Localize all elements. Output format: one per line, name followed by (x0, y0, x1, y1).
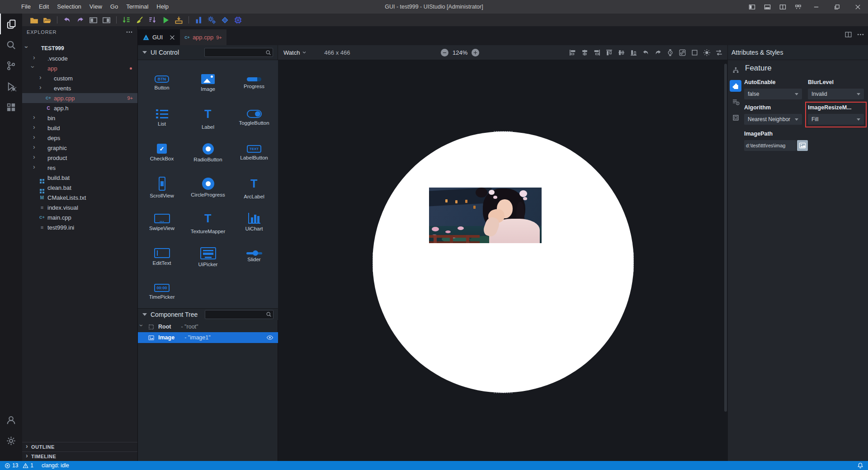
palette-item[interactable]: ✓ CheckBox (139, 135, 185, 170)
language-server-status[interactable]: clangd: idle (42, 462, 69, 469)
canvas-tool-icon[interactable] (630, 49, 637, 56)
file-tree-row[interactable]: .vscode (22, 53, 137, 63)
problems-errors[interactable]: 13 (5, 462, 18, 469)
window-control-button[interactable] (806, 0, 826, 14)
palette-item[interactable]: List (139, 100, 185, 135)
canvas-tool-icon[interactable] (581, 49, 589, 56)
file-tree-row[interactable]: M CMakeLists.txt (22, 193, 137, 202)
activity-bar-item[interactable] (0, 97, 22, 118)
palette-item[interactable]: EditText (139, 240, 185, 274)
window-control-button[interactable] (847, 0, 868, 14)
toolbar-icon[interactable] (102, 16, 111, 24)
design-canvas[interactable] (278, 60, 728, 461)
watch-face-root[interactable] (373, 132, 634, 393)
palette-item[interactable]: ScrollView (139, 170, 185, 205)
canvas-tool-icon[interactable] (715, 49, 723, 56)
field-dropdown[interactable]: Nearest Neighbor (744, 114, 802, 125)
activity-bar-item[interactable] (0, 409, 22, 430)
menu-item[interactable]: Selection (53, 0, 85, 14)
palette-item[interactable]: T Label (185, 100, 231, 135)
toolbar-icon[interactable] (63, 16, 71, 24)
palette-item[interactable]: ... SwipeView (139, 205, 185, 240)
image-picker-button[interactable] (797, 140, 808, 151)
file-tree-row[interactable]: clean.bat (22, 183, 137, 193)
component-tree-row[interactable]: Root - "root" (138, 321, 278, 332)
problems-warnings[interactable]: 1 (23, 462, 33, 469)
window-control-button[interactable] (775, 0, 790, 14)
menu-item[interactable]: Go (106, 0, 122, 14)
file-tree-row[interactable]: ≡ test999.ini (22, 222, 137, 232)
toolbar-icon[interactable] (116, 16, 117, 24)
toolbar-icon[interactable] (221, 16, 229, 24)
toolbar-icon[interactable] (122, 16, 131, 24)
palette-item[interactable]: CircleProgress (185, 170, 231, 205)
menu-item[interactable]: Terminal (122, 0, 152, 14)
file-tree-row[interactable]: events (22, 83, 137, 93)
window-control-button[interactable] (744, 0, 760, 14)
palette-item[interactable]: UiChart (231, 205, 277, 240)
notifications-bell-icon[interactable] (857, 462, 863, 469)
zoom-in-button[interactable] (472, 49, 479, 56)
canvas-tool-icon[interactable] (703, 49, 711, 56)
file-tree-row[interactable]: product (22, 153, 137, 163)
outline-section-header[interactable]: OUTLINE (22, 442, 137, 451)
file-tree-row[interactable]: C app.h (22, 103, 137, 113)
canvas-tool-icon[interactable] (605, 49, 613, 56)
attributes-tab-icon[interactable] (730, 112, 741, 123)
canvas-tool-icon[interactable] (679, 49, 686, 56)
activity-bar-item[interactable] (0, 430, 22, 451)
palette-item[interactable]: Image (185, 66, 231, 100)
toolbar-icon[interactable] (194, 16, 203, 24)
canvas-tool-icon[interactable] (654, 49, 662, 56)
toolbar-icon[interactable] (43, 16, 52, 24)
toolbar-icon[interactable] (76, 16, 85, 24)
timeline-section-header[interactable]: TIMELINE (22, 451, 137, 461)
attributes-tab-icon[interactable] (730, 80, 741, 92)
palette-item[interactable]: T TextureMapper (185, 205, 231, 240)
toolbar-icon[interactable] (148, 16, 157, 24)
toolbar-icon[interactable] (189, 16, 189, 24)
activity-bar-item[interactable] (0, 34, 22, 55)
canvas-tool-icon[interactable] (666, 49, 674, 56)
file-tree-row[interactable]: res (22, 163, 137, 173)
canvas-tool-icon[interactable] (593, 49, 601, 56)
menu-item[interactable]: Help (152, 0, 173, 14)
attributes-tab-icon[interactable] (730, 64, 741, 76)
canvas-tool-icon[interactable] (618, 49, 625, 56)
canvas-tool-icon[interactable] (642, 49, 650, 56)
window-control-button[interactable] (826, 0, 847, 14)
palette-item[interactable]: TEXT LabelButton (231, 135, 277, 170)
palette-item[interactable]: Slider (231, 240, 277, 274)
field-dropdown[interactable]: Fill (808, 114, 864, 125)
file-tree-row[interactable]: custom (22, 73, 137, 83)
attributes-tab-icon[interactable] (730, 96, 741, 108)
visibility-eye-icon[interactable] (266, 334, 274, 341)
window-control-button[interactable] (760, 0, 775, 14)
toolbar-icon[interactable] (161, 16, 170, 24)
canvas-scrollbar[interactable] (724, 64, 727, 412)
toolbar-icon[interactable] (208, 16, 216, 24)
file-tree-row[interactable]: graphic (22, 143, 137, 153)
activity-bar-item[interactable] (0, 14, 22, 34)
file-tree-row[interactable]: C+ main.cpp (22, 212, 137, 222)
palette-item[interactable]: BTN Button (139, 66, 185, 100)
file-tree-row[interactable]: build.bat (22, 173, 137, 183)
ui-control-search-input[interactable] (204, 48, 273, 57)
menu-item[interactable]: File (17, 0, 35, 14)
palette-item[interactable]: UiPicker (185, 240, 231, 274)
toolbar-icon[interactable] (57, 16, 57, 24)
activity-bar-item[interactable] (0, 55, 22, 76)
file-tree-row[interactable]: ≡ index.visual (22, 202, 137, 212)
more-actions-icon[interactable] (126, 28, 133, 36)
toolbar-icon[interactable] (234, 16, 242, 24)
field-dropdown[interactable]: Invalid (808, 89, 864, 99)
field-dropdown[interactable]: false (744, 89, 802, 99)
close-icon[interactable] (169, 34, 175, 41)
device-selector[interactable]: Watch (283, 49, 307, 56)
canvas-tool-icon[interactable] (569, 49, 576, 56)
image-path-input[interactable]: d:\test\ttt\res\imag (744, 140, 796, 151)
zoom-out-button[interactable] (441, 49, 448, 56)
file-tree-row[interactable]: bin (22, 113, 137, 123)
file-tree-row[interactable]: build (22, 123, 137, 133)
tab-gui[interactable]: GUI (138, 29, 180, 45)
